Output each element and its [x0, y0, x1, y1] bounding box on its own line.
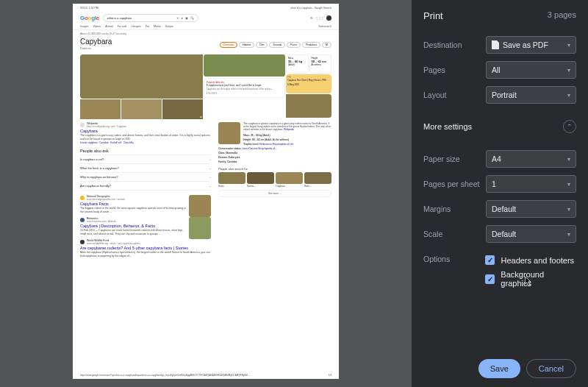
- more-images-icon: ⊞: [200, 116, 202, 118]
- headers-footers-checkbox[interactable]: [485, 255, 495, 265]
- pps-label: Pages per sheet: [423, 180, 486, 188]
- papersize-select[interactable]: A4: [486, 150, 576, 168]
- favicon: [80, 218, 85, 222]
- collapse-icon[interactable]: ⌃: [563, 120, 576, 133]
- thumb-image: ⊞: [162, 99, 203, 119]
- result-links: Lesser capybara · Caviidae · Kurloff cel…: [80, 141, 211, 144]
- pin-card: PIN Capybara Fact Sheet | Blog | Nature …: [286, 74, 331, 93]
- search-query-text: what is a capybara: [107, 16, 132, 20]
- page-count: 3 pages: [548, 10, 576, 21]
- popular-card: Popular Articles 8 capybara facts you'll…: [204, 78, 285, 98]
- chip: Habitat: [239, 42, 254, 48]
- tab: For sale: [118, 25, 127, 28]
- pin-text: Capybara Fact Sheet | Blog | Nature - PB…: [287, 79, 330, 82]
- pps-select[interactable]: 1: [486, 175, 576, 193]
- headers-footers-label: Headers and footers: [501, 256, 574, 265]
- lens-icon: ▣: [185, 16, 188, 20]
- page-header: 3/5/24, 1:26 PM what is a capybara - Goo…: [73, 4, 339, 13]
- page-doc-title: what is a capybara - Google Search: [290, 7, 331, 10]
- pasf-item: Capybara…: [276, 172, 303, 188]
- popular-sub: Capybaras are the largest rodent in the …: [207, 88, 282, 90]
- chip-overview: Overview: [220, 42, 238, 48]
- pasf-item: Guinea…: [247, 172, 274, 188]
- print-panel: Print 3 pages Destination Save as PDF Pa…: [412, 0, 588, 387]
- kp-source-link: Wikipedia: [284, 128, 294, 131]
- search-result: World Wildlife Fund www.worldwildlife.or…: [80, 239, 211, 258]
- tools-label: Safesearch: [318, 25, 331, 28]
- chip: Facts: [287, 42, 301, 48]
- save-button[interactable]: Save: [478, 359, 520, 378]
- footer-url: https://www.google.com/search?q=what+is+…: [80, 374, 250, 377]
- paa-item: Is capybara a rat?: [80, 155, 211, 163]
- kp-heading: Capybara: [80, 38, 112, 46]
- tab: Images: [80, 25, 88, 28]
- clear-icon: ✕: [176, 16, 179, 20]
- pin-date: 14 Aug 2020: [287, 83, 330, 86]
- paa-title: People also ask: [80, 149, 211, 153]
- gear-icon: ⚙: [310, 16, 313, 20]
- search-bar-row: Google what is a capybara ✕ ● ▣ 🔍 ⚙ ⋮⋮⋮: [73, 13, 339, 24]
- preview-page-1: 3/5/24, 1:26 PM what is a capybara - Goo…: [73, 4, 339, 379]
- layout-select[interactable]: Portrait: [486, 86, 576, 104]
- kp-thumb: [218, 122, 240, 144]
- result-url: https://en.wikipedia.org › wiki › Capyba…: [87, 125, 126, 128]
- apps-icon: ⋮⋮⋮: [315, 16, 324, 20]
- tab: Meme: [154, 25, 161, 28]
- options-label: Options: [423, 250, 485, 293]
- footer-page-num: 1/3: [329, 374, 331, 377]
- result-desc: The capybara is a giant cavy rodent, and…: [80, 134, 211, 141]
- destination-label: Destination: [423, 40, 486, 49]
- paa-item: What the heck is a capybara?: [80, 163, 211, 172]
- chip: Sounds: [269, 42, 285, 48]
- panel-title: Print: [423, 10, 443, 21]
- scale-select[interactable]: Default: [486, 225, 576, 243]
- margins-select[interactable]: Default: [486, 200, 576, 218]
- papersize-label: Paper size: [423, 155, 486, 163]
- search-input: what is a capybara ✕ ● ▣ 🔍: [103, 14, 198, 22]
- side-image: [286, 94, 331, 118]
- tab: Videos: [93, 25, 101, 28]
- tab: Lifespan: [131, 25, 140, 28]
- pasf-item: Rode…: [304, 172, 331, 188]
- pasf-item: Nutria: [218, 172, 245, 188]
- mic-icon: ●: [181, 16, 182, 20]
- search-result: Britannica www.britannica.com › Animals …: [80, 217, 211, 235]
- see-more-button: See more →: [218, 190, 331, 197]
- stat-note: (Adult): [288, 63, 306, 66]
- paa-item: Are capybaras friendly?: [80, 181, 211, 191]
- cancel-button[interactable]: Cancel: [526, 359, 576, 378]
- thumb-image: [80, 99, 121, 119]
- mid-image: [204, 54, 285, 77]
- favicon: [80, 123, 85, 127]
- background-graphics-checkbox[interactable]: [485, 274, 495, 284]
- kp-family: Family: Caviidae: [218, 160, 331, 163]
- kp-subheading: Rodents: [80, 46, 112, 50]
- popular-text: 8 capybara facts you'll love, and 1 you'…: [207, 84, 282, 87]
- tab: Unique: [165, 25, 173, 28]
- favicon: [80, 240, 85, 244]
- pdf-icon: [492, 40, 499, 49]
- hero-image: [80, 54, 203, 99]
- thumb-image: [121, 99, 162, 119]
- search-tabs: Images Videos Animal For sale Lifespan P…: [73, 24, 339, 30]
- search-icons: ✕ ● ▣ 🔍: [176, 16, 193, 20]
- scale-label: Scale: [423, 230, 486, 238]
- kp-conservation: Conservation status: Least Concern Encyc…: [218, 147, 331, 150]
- result-title: Are capybaras rodents? And 5 other capyb…: [80, 246, 211, 250]
- more-settings-toggle[interactable]: More settings: [423, 122, 472, 131]
- search-result: National Geographic www.nationalgeograph…: [80, 195, 211, 213]
- search-icon: 🔍: [190, 16, 194, 20]
- kp-domain: Domain: Eukaryota: [218, 156, 331, 159]
- pages-select[interactable]: All: [486, 61, 576, 79]
- background-graphics-label: Background graphics: [501, 270, 576, 288]
- page-timestamp: 3/5/24, 1:26 PM: [80, 7, 98, 10]
- layout-label: Layout: [423, 90, 486, 99]
- destination-select[interactable]: Save as PDF: [486, 36, 576, 54]
- chip: M: [322, 42, 331, 48]
- tab: Pet: [146, 25, 149, 28]
- results-count: About 44,300,000 results (0.47 seconds): [73, 30, 339, 38]
- chip: Predators: [302, 42, 320, 48]
- result-desc: Meet the capybara (Hydrochoerus hydrocha…: [80, 251, 211, 258]
- paa-item: Why is capybara so famous?: [80, 172, 211, 181]
- search-result: Wikipedia https://en.wikipedia.org › wik…: [80, 122, 211, 144]
